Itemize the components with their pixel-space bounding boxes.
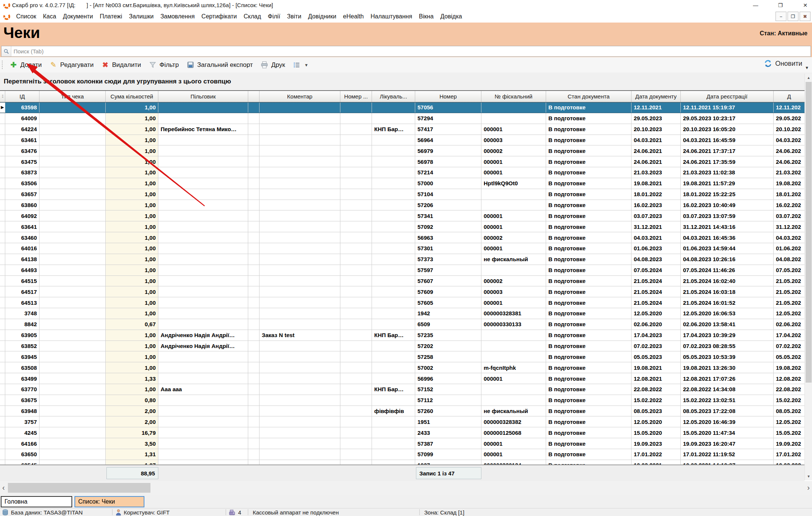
menu-item-5[interactable]: Залишки <box>126 13 157 20</box>
restore-button[interactable]: ❐ <box>777 2 784 8</box>
column-header-qty-sum[interactable]: Сума кількостей <box>106 91 158 102</box>
column-header-check-type[interactable]: Тип чека <box>39 91 106 102</box>
group-by-panel[interactable]: Перетягніть заголовок колонки сюди для у… <box>0 73 812 90</box>
table-row[interactable]: 638601,00 57206 В подготовке16.02.2023 1… <box>0 200 804 211</box>
column-header-date-cut[interactable]: Д <box>774 91 804 102</box>
edit-button[interactable]: ✎ Редагувати <box>46 59 97 71</box>
table-row[interactable]: 636571,00 57104 В подготовке18.01.2022 1… <box>0 189 804 200</box>
column-header-spacer[interactable] <box>248 91 260 102</box>
menu-item-15[interactable]: Довідка <box>437 13 466 20</box>
table-row[interactable]: 424516,79 2433 000000125068В подготовке1… <box>0 427 804 438</box>
table-row[interactable]: 634991,33 56996 000001В подготовке12.08.… <box>0 373 804 384</box>
column-header-beneficiary[interactable]: Пільговик <box>158 91 248 102</box>
table-row[interactable]: 37481,00 1942 000000328381В подготовке12… <box>0 308 804 319</box>
menu-item-7[interactable]: Сертифікати <box>198 13 240 20</box>
row-indicator: ▶ <box>0 103 5 113</box>
plus-icon: ✚ <box>9 61 18 69</box>
table-row[interactable]: 641663,50 57387 000001В подготовке19.09.… <box>0 438 804 449</box>
table-row[interactable]: 642241,00 Перебийнос Тетяна Мико… КНП Ба… <box>0 124 804 135</box>
table-row[interactable]: 640161,00 57301 000001В подготовке01.06.… <box>0 243 804 254</box>
menu-item-9[interactable]: Філії <box>264 13 284 20</box>
menu-item-2[interactable]: Каса <box>39 13 59 20</box>
table-row[interactable]: ▶ 635981,00 57056 В подготовке12.11.2021… <box>0 102 804 113</box>
table-row[interactable]: 645171,00 57609 000003В подготовке21.05.… <box>0 286 804 297</box>
scroll-up-icon[interactable]: ▴ <box>805 75 812 80</box>
search-icon <box>2 46 11 56</box>
table-row[interactable]: 639482,00 фівфівфів57260 не фискальныйВ … <box>0 406 804 417</box>
table-row[interactable]: 637701,00 Aaa aaa КНП Бар…57152 В подгот… <box>0 384 804 395</box>
menu-item-4[interactable]: Платежі <box>96 13 126 20</box>
table-row[interactable]: 638521,00 Андріченко Надія Андрії… 57202… <box>0 341 804 352</box>
refresh-button[interactable]: Оновити <box>764 59 802 68</box>
table-row[interactable]: 634601,00 56963 000002В подготовке04.03.… <box>0 232 804 243</box>
table-row[interactable]: 639451,00 57258 В подготовке05.05.2023 0… <box>0 351 804 362</box>
horizontal-scrollbar[interactable]: ‹ › <box>0 481 812 495</box>
tab-list-cheki[interactable]: Список: Чеки <box>74 496 144 507</box>
table-row[interactable]: 645131,00 57605 000001В подготовке21.05.… <box>0 297 804 308</box>
record-counter: Запис 1 із 47 <box>416 467 481 479</box>
tab-home[interactable]: Головна <box>1 496 72 507</box>
column-header-number[interactable]: Номер <box>415 91 481 102</box>
table-row[interactable]: 635061,00 57000 Hptl9kQ9Ot0В подготовке1… <box>0 178 804 189</box>
row-indicator <box>0 243 5 254</box>
mdi-close-button[interactable]: ✖ <box>800 12 810 21</box>
menu-item-3[interactable]: Документи <box>59 13 96 20</box>
database-icon <box>2 509 8 516</box>
table-row[interactable]: 634761,00 56979 000002В подготовке24.06.… <box>0 145 804 156</box>
row-indicator <box>0 210 5 221</box>
scroll-left-icon[interactable]: ‹ <box>2 483 5 492</box>
table-row[interactable]: 636501,31 57099 000001В подготовке17.01.… <box>0 449 804 460</box>
mdi-minimize-button[interactable]: – <box>776 12 786 21</box>
table-row[interactable]: 636411,00 57092 000001В подготовке31.12.… <box>0 221 804 232</box>
table-row[interactable]: 641381,00 57373 не фискальныйВ подготовк… <box>0 254 804 265</box>
table-row[interactable]: 644931,00 57597 В подготовке07.05.2024 0… <box>0 265 804 276</box>
row-indicator <box>0 416 5 427</box>
status-database: База даних: TASA3@TITAN <box>11 509 83 516</box>
column-header-medical[interactable]: Лікуваль... <box>372 91 415 102</box>
horizontal-scroll-thumb[interactable] <box>8 483 150 493</box>
menu-item-1[interactable]: Список <box>13 13 39 20</box>
column-header-id[interactable]: ІД <box>5 91 39 102</box>
table-row[interactable]: 645151,00 57607 000002В подготовке21.05.… <box>0 276 804 287</box>
menu-item-8[interactable]: Склад <box>240 13 264 20</box>
table-row[interactable]: 639051,00 Андріченко Надія Андрії…Заказ … <box>0 330 804 341</box>
scroll-down-icon[interactable]: ▾ <box>805 474 812 479</box>
table-row[interactable]: 634751,00 56978 000001В подготовке24.06.… <box>0 156 804 167</box>
print-button[interactable]: Друк <box>257 59 289 71</box>
table-row[interactable]: 37572,00 1951 000000328382В подготовке12… <box>0 416 804 427</box>
delete-button[interactable]: ✖ Видалити <box>97 59 145 71</box>
table-row[interactable]: 636750,80 57112 В подготовке15.02.2022 1… <box>0 395 804 406</box>
scroll-right-icon[interactable]: › <box>807 483 810 492</box>
menu-item-10[interactable]: Звіти <box>284 13 305 20</box>
add-button[interactable]: ✚ Додати <box>6 59 46 71</box>
minimize-button[interactable]: — <box>752 2 759 8</box>
table-row[interactable]: 640921,00 57341 000001В подготовке03.07.… <box>0 210 804 221</box>
table-row[interactable]: 640091,00 57294 В подготовке29.05.2023 2… <box>0 113 804 124</box>
menu-item-14[interactable]: Вікна <box>416 13 437 20</box>
close-button[interactable]: ✕ <box>801 2 809 8</box>
column-header-comment[interactable]: Коментар <box>260 91 340 102</box>
vertical-scrollbar[interactable]: ▴ ▾ <box>804 74 812 480</box>
menu-item-12[interactable]: eHealth <box>340 13 367 20</box>
mdi-restore-button[interactable]: ❐ <box>788 12 798 21</box>
table-row[interactable]: 638731,00 57214 000001В подготовке21.03.… <box>0 167 804 178</box>
column-header-number-etc[interactable]: Номер ... <box>340 91 372 102</box>
menu-item-6[interactable]: Замовлення <box>157 13 198 20</box>
menu-item-11[interactable]: Довідники <box>305 13 340 20</box>
vertical-scroll-thumb[interactable] <box>806 82 812 383</box>
column-options-button[interactable]: ▼ <box>289 59 312 71</box>
export-button[interactable]: Загальний експорт <box>182 59 257 71</box>
table-row[interactable]: 635081,00 57002 m-fqcnItphkВ подготовке1… <box>0 362 804 373</box>
table-row[interactable]: 635451,07 1937 000000330134В подготовке1… <box>0 460 804 465</box>
column-header-doc-state[interactable]: Стан документа <box>546 91 631 102</box>
search-input[interactable]: Поиск (Tab) <box>1 46 811 57</box>
column-header-fiscal-no[interactable]: № фіскальний <box>481 91 546 102</box>
column-header-doc-date[interactable]: Дата документу <box>631 91 681 102</box>
menu-item-13[interactable]: Налаштування <box>367 13 416 20</box>
filter-button[interactable]: Фільтр <box>145 59 182 71</box>
table-row[interactable]: 634611,00 56964 000003В подготовке04.03.… <box>0 135 804 146</box>
table-row[interactable]: 88420,67 6509 000000330133В подготовке02… <box>0 319 804 330</box>
row-indicator <box>0 406 5 417</box>
column-header-reg-date[interactable]: Дата реєстрації <box>681 91 774 102</box>
refresh-caret-icon[interactable]: ▼ <box>805 65 809 70</box>
